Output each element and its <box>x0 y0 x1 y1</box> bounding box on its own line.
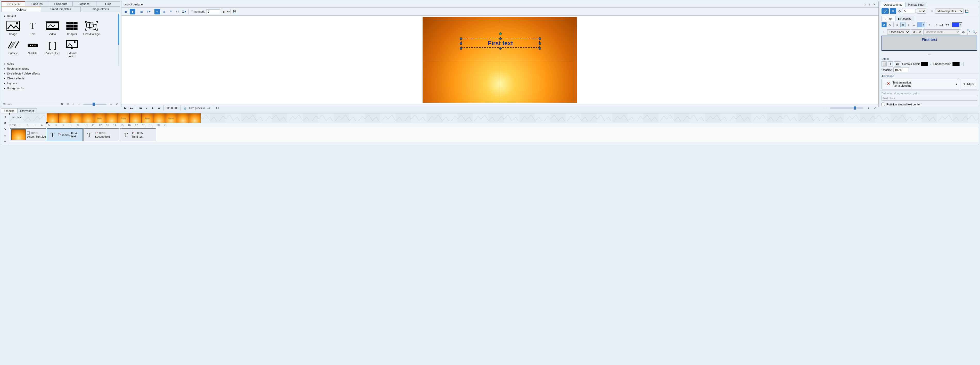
search-input[interactable] <box>2 102 59 106</box>
toolbox-scrollbar[interactable] <box>118 14 119 66</box>
timeline-clip[interactable]: TT00:05Second text <box>83 129 119 141</box>
crop-tool-icon[interactable]: ▣ <box>123 9 129 14</box>
effect-outline-icon[interactable]: T <box>888 61 893 67</box>
tab-manual-input[interactable]: Manual input <box>905 2 927 7</box>
tab-storyboard[interactable]: Storyboard <box>17 108 37 113</box>
obj-image[interactable]: Image <box>4 20 22 36</box>
zoom-in-canvas-icon[interactable]: ＋ <box>866 106 871 110</box>
shadow-color-dd[interactable]: ▾ <box>961 62 964 66</box>
align-justify-icon[interactable]: ☰ <box>912 22 917 27</box>
curve-tool-icon[interactable]: ✎ <box>168 9 173 14</box>
indent-dec-icon[interactable]: ⇤ <box>928 22 932 27</box>
obj-external-content[interactable]: External cont… <box>63 39 81 58</box>
cat-object-effects[interactable]: Object effects <box>3 76 118 81</box>
subtab-objects[interactable]: Objects <box>1 7 41 12</box>
valign-icon[interactable]: ▾ <box>917 22 925 27</box>
animation-dd-icon[interactable]: ▾ <box>956 83 957 86</box>
text-zoom-in-icon[interactable]: 🔍+ <box>967 30 972 34</box>
link-toggle-icon[interactable]: 🔗 <box>881 8 889 14</box>
cat-audio[interactable]: Audio <box>3 61 118 66</box>
guides-icon[interactable]: ＃▾ <box>145 9 151 14</box>
adjust-button[interactable]: Ƭ Adjust <box>961 79 977 89</box>
style-icon[interactable]: ✶▾ <box>944 22 950 27</box>
subtab-opacity[interactable]: ◧Opacity <box>895 16 914 21</box>
expand-text-icon[interactable]: ••• <box>880 52 979 56</box>
maximize-icon[interactable]: □ <box>862 2 867 6</box>
skip-end-icon[interactable]: ⏭ <box>157 106 161 110</box>
zoom-in-icon[interactable]: ＋ <box>108 102 113 106</box>
align-left-icon[interactable]: ≡ <box>895 22 900 27</box>
tl-tool-trim-icon[interactable]: Ⳮ <box>3 114 8 119</box>
obj-particle[interactable]: Particle <box>4 39 22 58</box>
time-mark-input[interactable] <box>207 9 220 14</box>
zoom-fit-canvas-icon[interactable]: ⤢ <box>872 106 877 110</box>
canvas[interactable]: First text <box>423 17 577 103</box>
cat-live-effects[interactable]: Live effects / Video effects <box>3 71 118 76</box>
resize-handle-e[interactable] <box>539 42 541 45</box>
text-color-well[interactable]: ▾ <box>952 22 962 27</box>
text-edit-box[interactable]: First text <box>881 36 977 51</box>
time-ruler[interactable]: 0 min 123456789101112131415161718192021 <box>9 123 979 127</box>
star-icon[interactable]: ☆ <box>71 102 76 106</box>
obj-video[interactable]: Video <box>43 20 62 36</box>
close-icon[interactable]: ✕ <box>872 2 877 6</box>
tl-tool-split-icon[interactable]: ⇲ <box>3 127 8 132</box>
cat-backgrounds[interactable]: Backgrounds <box>3 86 118 91</box>
opacity-input[interactable] <box>893 68 909 72</box>
path-tool-icon[interactable]: ∿ <box>154 9 160 14</box>
compare-icon[interactable]: ⫿⫿ <box>215 106 220 110</box>
mini-templates-select[interactable]: Mini-templates <box>935 8 964 14</box>
list-icon[interactable]: ☱▾ <box>939 22 944 27</box>
tab-files[interactable]: Files <box>96 1 120 6</box>
zoom-fit-icon[interactable]: ⤢ <box>114 102 119 106</box>
contrast-icon[interactable]: ◐ <box>961 30 966 34</box>
time-mark-unit[interactable]: s <box>221 9 231 14</box>
thumb-size-slider[interactable] <box>83 104 107 105</box>
align-right-icon[interactable]: ≡ <box>906 22 911 27</box>
timeline-clip[interactable]: TT00:05Third text <box>120 129 156 141</box>
char-mode-icon[interactable]: A <box>881 22 887 27</box>
zoom-out-icon[interactable]: − <box>76 102 81 106</box>
resize-handle-n[interactable] <box>499 37 502 40</box>
cat-route[interactable]: Route animations <box>3 66 118 71</box>
resize-handle-sw[interactable] <box>460 47 462 50</box>
resize-handle-nw[interactable] <box>460 37 462 40</box>
next-frame-icon[interactable]: ⏵ <box>151 106 155 110</box>
italic-mode-icon[interactable]: A <box>887 22 892 27</box>
effect-more-icon[interactable]: ▣▾ <box>894 61 901 67</box>
list-tool-icon[interactable]: ☰▾ <box>181 9 187 14</box>
obj-chapter[interactable]: Chapter <box>63 20 81 36</box>
duration-unit[interactable]: s <box>917 8 926 14</box>
tl-tool-group-icon[interactable]: ⧉ <box>3 121 8 125</box>
subtab-smart-templates[interactable]: Smart templates <box>41 7 80 12</box>
prev-frame-icon[interactable]: ⏴ <box>145 106 149 110</box>
insert-variable-select[interactable]: Insert variable <box>923 29 960 35</box>
cat-default[interactable]: Default <box>3 14 118 19</box>
play-from-icon[interactable]: ▶▸ <box>129 106 134 110</box>
table-tool-icon[interactable]: ▥ <box>161 9 167 14</box>
tab-object-settings[interactable]: Object settings <box>881 2 905 7</box>
font-family-select[interactable]: Open Sans <box>887 29 910 35</box>
preview-strip[interactable]: ✂ ✂▾ First textFirst textOthertextOthert… <box>9 113 979 123</box>
select-tool-icon[interactable]: ◆ <box>130 9 135 14</box>
contour-color-dd[interactable]: ▾ <box>929 62 932 66</box>
effect-none-icon[interactable]: ⬜ <box>881 61 887 67</box>
contour-color-well[interactable] <box>921 62 928 66</box>
tl-tool-crop-icon[interactable]: ⧈ <box>3 133 8 138</box>
save-template-icon[interactable]: 💾 <box>964 9 969 13</box>
resize-handle-s[interactable] <box>499 47 502 50</box>
resize-handle-ne[interactable] <box>539 37 541 40</box>
timeline-clip[interactable]: TT00:05, First text <box>47 129 83 141</box>
rotation-checkbox[interactable] <box>881 103 885 106</box>
selected-text-object[interactable]: First text <box>461 39 540 48</box>
indent-inc-icon[interactable]: ⇥ <box>933 22 938 27</box>
duration-input[interactable] <box>903 9 916 13</box>
eye-icon[interactable]: 👁 <box>65 102 70 106</box>
subtab-image-effects[interactable]: Image effects <box>80 7 120 12</box>
subtab-text[interactable]: TText <box>881 16 895 21</box>
font-size-select[interactable]: 36 <box>911 29 922 35</box>
obj-flexi-collage[interactable]: Flexi-Collage <box>82 20 101 36</box>
canvas-zoom-slider[interactable] <box>830 108 864 108</box>
obj-text[interactable]: TText <box>24 20 42 36</box>
animation-card[interactable]: T Text animation: Alpha blending ▾ <box>881 79 959 89</box>
